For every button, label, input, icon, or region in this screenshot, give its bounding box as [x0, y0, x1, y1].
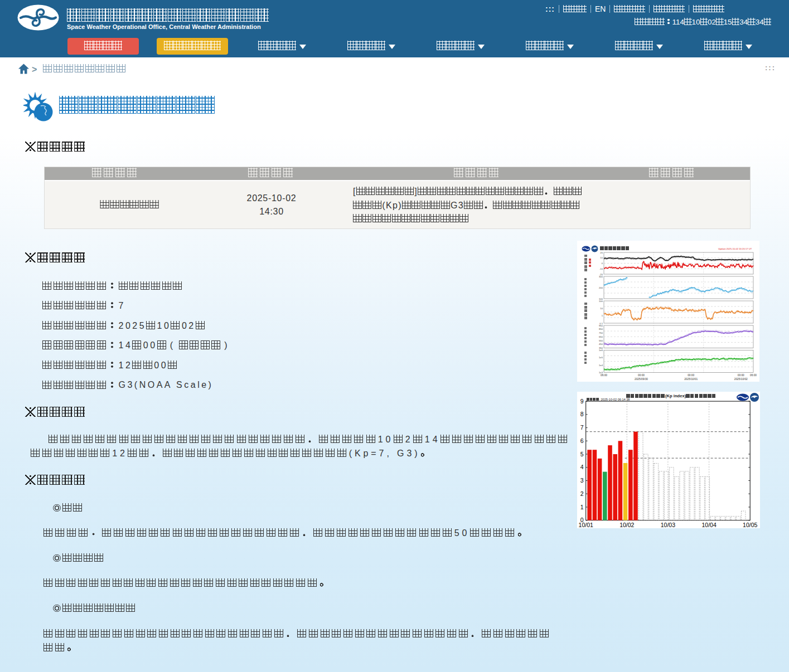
svg-text:9: 9	[580, 398, 584, 405]
svg-text:06:00: 06:00	[750, 374, 757, 377]
svg-text:2: 2	[580, 490, 584, 497]
svg-text:1e6: 1e6	[599, 349, 603, 352]
svg-text:5: 5	[580, 451, 584, 457]
svg-text:2025/10/02: 2025/10/02	[734, 378, 748, 381]
svg-text:0: 0	[602, 262, 603, 265]
svg-text:550: 550	[599, 339, 603, 342]
svg-text:10/01: 10/01	[579, 522, 593, 528]
svg-text:1e4: 1e4	[599, 364, 603, 367]
svg-text:750: 750	[599, 332, 603, 334]
svg-text:10/03: 10/03	[661, 522, 675, 528]
svg-text:1e5: 1e5	[599, 356, 603, 359]
svg-text:06:00: 06:00	[601, 374, 607, 377]
svg-text:450: 450	[599, 343, 603, 345]
svg-text:4: 4	[580, 464, 584, 470]
svg-text:10: 10	[600, 256, 603, 259]
svg-text:3: 3	[580, 477, 584, 484]
svg-text:1: 1	[602, 314, 603, 317]
svg-text:1: 1	[580, 504, 584, 510]
svg-text:00:00: 00:00	[738, 374, 744, 377]
svg-text:300: 300	[599, 275, 603, 278]
svg-text:20: 20	[600, 251, 603, 254]
svg-text:10/02: 10/02	[619, 522, 634, 528]
svg-text:2025/09/30: 2025/09/30	[635, 378, 648, 381]
svg-text:-10: -10	[599, 267, 603, 270]
svg-text:6: 6	[580, 437, 584, 444]
svg-text:650: 650	[599, 335, 603, 338]
svg-text:10: 10	[600, 307, 603, 310]
svg-text:7: 7	[580, 424, 584, 431]
svg-text:2025/10/01: 2025/10/01	[684, 378, 698, 381]
svg-text:10/05: 10/05	[743, 522, 757, 528]
svg-text:850: 850	[599, 328, 603, 330]
svg-text:100: 100	[599, 300, 603, 303]
svg-text:00:00: 00:00	[638, 374, 645, 377]
svg-text:8: 8	[580, 411, 584, 417]
svg-text:00:00: 00:00	[688, 374, 694, 377]
svg-text:10/04: 10/04	[701, 522, 716, 528]
svg-text:950: 950	[599, 324, 603, 327]
svg-text:200: 200	[599, 286, 603, 289]
